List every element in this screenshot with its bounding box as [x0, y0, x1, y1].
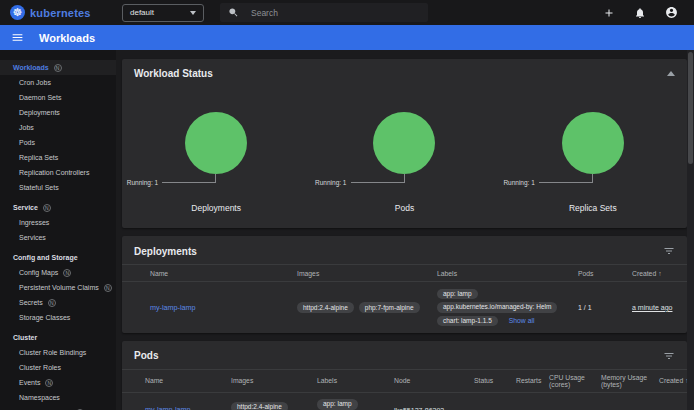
image-chip: httpd:2.4-alpine	[231, 402, 288, 410]
sidebar-item-events[interactable]: EventsN	[0, 375, 116, 390]
chart-title: Replica Sets	[569, 203, 617, 213]
col-header-labels[interactable]: Labels	[317, 374, 394, 387]
filter-icon[interactable]	[663, 245, 675, 257]
deployments-card: Deployments Name Images Labels Pods Crea…	[122, 236, 687, 333]
sidebar-item-stateful-sets[interactable]: Stateful Sets	[0, 180, 116, 195]
sidebar-item-cluster-role-bindings[interactable]: Cluster Role Bindings	[0, 345, 116, 360]
col-header-labels[interactable]: Labels	[437, 267, 578, 280]
pie-chart-pods	[373, 112, 435, 174]
user-account-icon[interactable]	[665, 6, 678, 19]
page-title: Workloads	[39, 32, 95, 44]
pod-labels-cell: app: lamp pod-template-hash: 5fd985cf68	[317, 398, 394, 410]
col-header-pods[interactable]: Pods	[578, 267, 632, 280]
sidebar-item-ingresses[interactable]: Ingresses	[0, 215, 116, 230]
sidebar-item-label: Service	[13, 204, 38, 211]
pods-table-header: Name Images Labels Node Status Restarts …	[122, 370, 687, 393]
deployment-table-row: my-lamp-lamp httpd:2.4-alpine php:7-fpm-…	[122, 282, 687, 333]
deployments-table-header: Name Images Labels Pods Created↑	[122, 265, 687, 282]
sidebar-item-workloads[interactable]: WorkloadsN	[0, 60, 116, 75]
sidebar-item-deployments[interactable]: Deployments	[0, 105, 116, 120]
namespaced-icon: N	[54, 64, 62, 72]
col-header-images[interactable]: Images	[297, 267, 437, 280]
sidebar-item-config-maps[interactable]: Config MapsN	[0, 265, 116, 280]
sidebar-item-label: Replication Controllers	[19, 169, 89, 176]
show-all-link[interactable]: Show all	[509, 317, 535, 324]
col-header-name[interactable]: Name	[145, 374, 231, 387]
label-chip: app: lamp	[317, 399, 358, 410]
sidebar-item-label: Cron Jobs	[19, 79, 51, 86]
sidebar-item-label: Events	[19, 379, 40, 386]
search-placeholder: Search	[251, 8, 278, 18]
sidebar-item-label: Cluster Role Bindings	[19, 349, 86, 356]
sidebar-item-cluster-roles[interactable]: Cluster Roles	[0, 360, 116, 375]
topbar-actions	[603, 6, 684, 19]
sidebar-item-services[interactable]: Services	[0, 230, 116, 245]
deployment-labels-cell: app: lamp app.kubernetes.io/managed-by: …	[437, 287, 578, 328]
sidebar-item-pods[interactable]: Pods	[0, 135, 116, 150]
sidebar-item-cron-jobs[interactable]: Cron Jobs	[0, 75, 116, 90]
sidebar-item-replica-sets[interactable]: Replica Sets	[0, 150, 116, 165]
sidebar-item-replication-controllers[interactable]: Replication Controllers	[0, 165, 116, 180]
pie-area: Running: 1	[499, 112, 687, 190]
namespaced-icon: N	[45, 379, 53, 387]
page-scrollbar[interactable]	[687, 50, 694, 410]
kubernetes-logo-icon: ☸	[10, 5, 25, 20]
pie-chart-deployments	[185, 112, 247, 174]
sidebar-item-cluster: Cluster	[0, 330, 116, 345]
pie-callout-line	[351, 174, 405, 183]
workload-status-title: Workload Status	[134, 68, 213, 79]
sidebar-item-jobs[interactable]: Jobs	[0, 120, 116, 135]
menu-hamburger-icon[interactable]	[11, 31, 24, 44]
col-header-restarts[interactable]: Restarts	[516, 374, 549, 387]
sidebar-item-label: Workloads	[13, 64, 49, 71]
sidebar-nav: WorkloadsNCron JobsDaemon SetsDeployment…	[0, 50, 116, 410]
topbar: ☸ kubernetes default Search	[0, 0, 694, 25]
col-header-node[interactable]: Node	[394, 374, 474, 387]
sidebar-item-network-policies[interactable]: Network PoliciesN	[0, 405, 116, 410]
header-spacer	[131, 378, 145, 384]
col-header-name[interactable]: Name	[150, 267, 297, 280]
col-header-status[interactable]: Status	[474, 374, 516, 387]
deployment-name-link[interactable]: my-lamp-lamp	[150, 303, 196, 312]
notifications-bell-icon[interactable]	[634, 7, 646, 19]
brand-home-link[interactable]: ☸ kubernetes	[10, 5, 112, 20]
sidebar-item-label: Pods	[19, 139, 35, 146]
col-header-cpu[interactable]: CPU Usage (cores)	[549, 371, 601, 391]
label-chip: app.kubernetes.io/managed-by: Helm	[437, 302, 557, 313]
sidebar-item-daemon-sets[interactable]: Daemon Sets	[0, 90, 116, 105]
chart-title: Pods	[395, 203, 414, 213]
pods-card-title: Pods	[134, 350, 158, 361]
brand-name: kubernetes	[30, 7, 91, 19]
namespace-selector[interactable]: default	[122, 4, 204, 22]
sidebar-item-secrets[interactable]: SecretsN	[0, 295, 116, 310]
col-header-created[interactable]: Created↑	[632, 267, 687, 280]
deployment-created[interactable]: a minute ago	[632, 304, 672, 311]
sidebar-item-storage-classes[interactable]: Storage Classes	[0, 310, 116, 325]
sort-asc-icon: ↑	[658, 270, 661, 277]
workload-chart-replica-sets: Running: 1Replica Sets	[499, 112, 687, 213]
sidebar-item-namespaces[interactable]: Namespaces	[0, 390, 116, 405]
page-toolbar: Workloads	[0, 25, 694, 50]
scrollbar-thumb[interactable]	[688, 52, 693, 164]
collapse-card-icon[interactable]	[667, 71, 675, 76]
sidebar-item-service[interactable]: ServiceN	[0, 200, 116, 215]
col-header-memory[interactable]: Memory Usage (bytes)	[601, 371, 659, 391]
create-resource-icon[interactable]	[603, 7, 615, 19]
pod-name-link[interactable]: my-lamp-lamp-5fd985cf68-jwvz4	[145, 405, 201, 410]
pie-status-label: Running: 1	[127, 179, 158, 186]
namespaced-icon: N	[104, 284, 112, 292]
sidebar-item-label: Replica Sets	[19, 154, 58, 161]
pods-card: Pods Name Images Labels Node Status Rest…	[122, 341, 687, 410]
sidebar-item-label: Storage Classes	[19, 314, 70, 321]
main-content: Workload Status Running: 1DeploymentsRun…	[116, 50, 694, 410]
namespaced-icon: N	[43, 204, 51, 212]
deployment-images-cell: httpd:2.4-alpine php:7-fpm-alpine	[297, 300, 437, 314]
pod-images-cell: httpd:2.4-alpine php:7-fpm-alpine	[231, 401, 317, 410]
filter-icon[interactable]	[663, 350, 675, 362]
label-chip: app: lamp	[437, 289, 478, 300]
search-input[interactable]: Search	[220, 3, 428, 22]
col-header-images[interactable]: Images	[231, 374, 317, 387]
sidebar-item-persistent-volume-claims[interactable]: Persistent Volume ClaimsN	[0, 280, 116, 295]
search-icon	[228, 7, 239, 18]
sidebar-item-label: Namespaces	[19, 394, 60, 401]
